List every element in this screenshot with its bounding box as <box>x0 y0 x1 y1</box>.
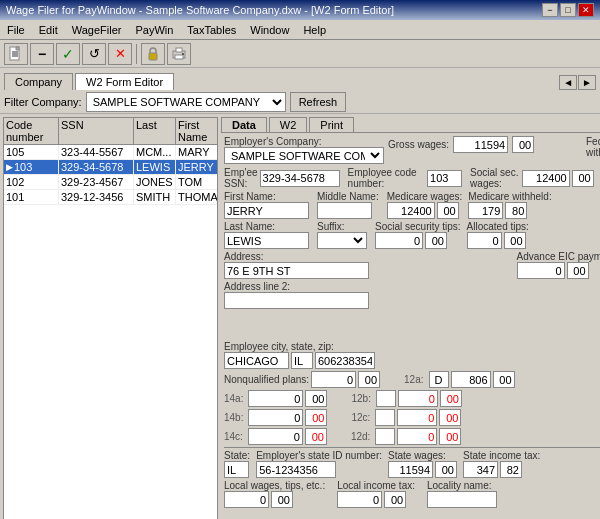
box12a-amount-input[interactable] <box>451 371 491 388</box>
box12b-code-input[interactable] <box>376 390 396 407</box>
soc-sec-wages-cents-input[interactable] <box>572 170 594 187</box>
table-row[interactable]: 102 329-23-4567 JONES TOM <box>4 175 217 190</box>
table-row[interactable]: ▶103 329-34-5678 LEWIS JERRY <box>4 160 217 175</box>
lastname-row: Last Name: Suffix: Social security tips: <box>224 221 600 249</box>
box12d-amount-input[interactable] <box>397 428 437 445</box>
local-wages-cents-input[interactable] <box>271 491 293 508</box>
soc-sec-wages-input[interactable] <box>522 170 570 187</box>
toolbar-delete[interactable]: − <box>30 43 54 65</box>
svg-rect-5 <box>149 53 157 60</box>
allocated-tips-input[interactable] <box>467 232 502 249</box>
state-id-input[interactable] <box>256 461 336 478</box>
nav-right[interactable]: ► <box>578 75 596 90</box>
box12b-amount-input[interactable] <box>398 390 438 407</box>
local-income-tax-cents-input[interactable] <box>384 491 406 508</box>
box14b-cents-input[interactable] <box>305 409 327 426</box>
soc-sec-tips-input[interactable] <box>375 232 423 249</box>
box12a-code-input[interactable] <box>429 371 449 388</box>
state-wages-cents-input[interactable] <box>435 461 457 478</box>
box14a-label: 14a: <box>224 393 243 404</box>
nonqualified-input[interactable] <box>311 371 356 388</box>
sub-tab-print[interactable]: Print <box>309 117 354 132</box>
nonqualified-cents-input[interactable] <box>358 371 380 388</box>
box14c-amount-input[interactable] <box>248 428 303 445</box>
menu-file[interactable]: File <box>4 23 28 37</box>
state-wages-input[interactable] <box>388 461 433 478</box>
nav-left[interactable]: ◄ <box>559 75 577 90</box>
advance-eic-cents-input[interactable] <box>567 262 589 279</box>
emp-code-input[interactable] <box>427 170 462 187</box>
box12c-amount-input[interactable] <box>397 409 437 426</box>
tab-w2-form-editor[interactable]: W2 Form Editor <box>75 73 174 90</box>
nav-arrows: ◄ ► <box>559 75 596 90</box>
toolbar-lock[interactable] <box>141 43 165 65</box>
box12d-cents-input[interactable] <box>439 428 461 445</box>
table-row[interactable]: 101 329-12-3456 SMITH THOMAS <box>4 190 217 205</box>
medicare-wages-cents-input[interactable] <box>437 202 459 219</box>
zip-input[interactable] <box>315 352 375 369</box>
soc-sec-tips-label: Social security tips: <box>375 221 461 232</box>
toolbar-save[interactable]: ✓ <box>56 43 80 65</box>
firstname-input[interactable] <box>224 202 309 219</box>
nonqualified-label: Nonqualified plans: <box>224 374 309 385</box>
medicare-withheld-cents-input[interactable] <box>505 202 527 219</box>
address2-input[interactable] <box>224 292 369 309</box>
medicare-withheld-input[interactable] <box>468 202 503 219</box>
state-income-tax-input[interactable] <box>463 461 498 478</box>
toolbar-refresh[interactable]: ↺ <box>82 43 106 65</box>
menu-paywin[interactable]: PayWin <box>132 23 176 37</box>
box12a-cents-input[interactable] <box>493 371 515 388</box>
box12c-cents-input[interactable] <box>439 409 461 426</box>
menu-taxtables[interactable]: TaxTables <box>184 23 239 37</box>
minimize-button[interactable]: − <box>542 3 558 17</box>
city-input[interactable] <box>224 352 289 369</box>
suffix-select[interactable] <box>317 232 367 249</box>
box12c-code-input[interactable] <box>375 409 395 426</box>
maximize-button[interactable]: □ <box>560 3 576 17</box>
gross-wages-input[interactable] <box>453 136 508 153</box>
box14a-amount-input[interactable] <box>248 390 303 407</box>
state-field[interactable] <box>224 461 249 478</box>
tab-company[interactable]: Company <box>4 73 73 90</box>
middlename-label: Middle Name: <box>317 191 379 202</box>
close-button[interactable]: ✕ <box>578 3 594 17</box>
menu-edit[interactable]: Edit <box>36 23 61 37</box>
filter-company-select[interactable]: SAMPLE SOFTWARE COMPANY <box>86 92 286 112</box>
sub-tab-w2[interactable]: W2 <box>269 117 308 132</box>
firstname-row: First Name: Middle Name: Medicare wages: <box>224 191 600 219</box>
menu-wagefiler[interactable]: WageFiler <box>69 23 125 37</box>
toolbar-new[interactable] <box>4 43 28 65</box>
local-income-tax-input[interactable] <box>337 491 382 508</box>
refresh-button[interactable]: Refresh <box>290 92 347 112</box>
toolbar-cancel[interactable]: ✕ <box>108 43 132 65</box>
locality-input[interactable] <box>427 491 497 508</box>
box12b-cents-input[interactable] <box>440 390 462 407</box>
gross-wages-cents-input[interactable] <box>512 136 534 153</box>
state-income-tax-cents-input[interactable] <box>500 461 522 478</box>
soc-sec-tips-cents-input[interactable] <box>425 232 447 249</box>
advance-eic-input[interactable] <box>517 262 565 279</box>
sub-tab-data[interactable]: Data <box>221 117 267 132</box>
state-id-label: Employer's state ID number: <box>256 450 382 461</box>
menu-help[interactable]: Help <box>300 23 329 37</box>
gross-wages-label: Gross wages: <box>388 139 449 150</box>
box12d-code-input[interactable] <box>375 428 395 445</box>
cell-last: JONES <box>134 175 176 189</box>
local-wages-input[interactable] <box>224 491 269 508</box>
emp-ssn-input[interactable] <box>260 170 340 187</box>
table-row[interactable]: 105 323-44-5567 MCM... MARY <box>4 145 217 160</box>
emp-ssn-label: Emp'ee SSN: <box>224 167 258 189</box>
lastname-input[interactable] <box>224 232 309 249</box>
box14c-cents-input[interactable] <box>305 428 327 445</box>
address-input[interactable] <box>224 262 369 279</box>
middlename-input[interactable] <box>317 202 372 219</box>
allocated-tips-cents-input[interactable] <box>504 232 526 249</box>
box14a-cents-input[interactable] <box>305 390 327 407</box>
box14b-amount-input[interactable] <box>248 409 303 426</box>
state-input[interactable] <box>291 352 313 369</box>
state-section: State: Employer's state ID number: State… <box>224 447 600 508</box>
employer-select[interactable]: SAMPLE SOFTWARE COMPANY <box>224 147 384 164</box>
menu-window[interactable]: Window <box>247 23 292 37</box>
toolbar-print[interactable] <box>167 43 191 65</box>
medicare-wages-input[interactable] <box>387 202 435 219</box>
